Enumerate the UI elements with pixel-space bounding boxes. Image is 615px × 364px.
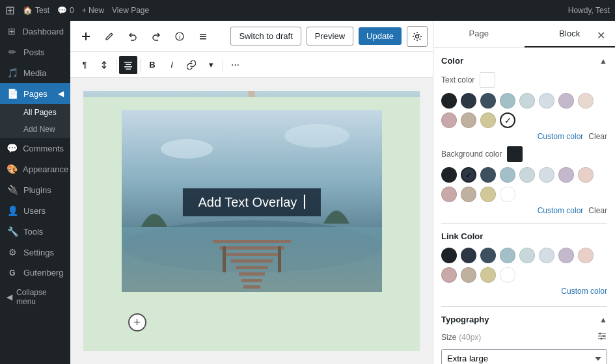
link-swatch-dark[interactable] (461, 248, 476, 263)
svg-point-33 (601, 338, 603, 340)
wp-logo-icon[interactable]: ⊞ (5, 3, 15, 18)
admin-bar-new[interactable]: + New (82, 6, 104, 15)
bg-swatch-rose2[interactable] (441, 187, 457, 202)
color-swatch-rose[interactable] (441, 112, 457, 128)
sidebar-item-appearance[interactable]: 🎨 Appearance (0, 159, 70, 179)
size-label-group: Size (40px) (441, 333, 481, 342)
right-panel: Page Block ✕ Color ▲ Text color (433, 21, 615, 364)
list-view-button[interactable] (193, 26, 213, 47)
info-button[interactable]: i (169, 26, 190, 47)
redo-button[interactable] (146, 26, 167, 47)
panel-close-button[interactable]: ✕ (592, 26, 610, 44)
link-swatch-slate[interactable] (480, 248, 496, 263)
color-swatch-dark-blue[interactable] (461, 93, 476, 109)
text-overlay-block[interactable]: Add Text Overlay (182, 188, 320, 216)
collapse-menu-button[interactable]: ◀ Collapse menu (0, 283, 70, 311)
text-color-swatch[interactable] (480, 72, 495, 88)
bg-swatch-dark-selected[interactable]: ✓ (461, 167, 476, 183)
media-icon: 🎵 (7, 68, 18, 78)
add-block-button[interactable] (75, 26, 96, 47)
font-size-select[interactable]: Extra large Small Normal Large Huge (441, 349, 607, 364)
svg-rect-23 (236, 266, 268, 269)
bold-button[interactable]: B (143, 56, 161, 74)
submenu-add-new[interactable]: Add New (0, 121, 70, 138)
link-swatch-pink[interactable] (578, 248, 594, 263)
admin-bar: ⊞ 🏠 Test 💬 0 + New View Page Howdy, Test (0, 0, 615, 21)
bg-swatch-light[interactable] (539, 167, 554, 183)
bg-swatch-pink[interactable] (578, 167, 594, 183)
tab-page[interactable]: Page (433, 21, 525, 47)
bg-swatch-sand2[interactable] (480, 187, 496, 202)
size-settings-button[interactable] (597, 331, 607, 344)
svg-rect-22 (231, 259, 273, 263)
bg-swatch-slate[interactable] (480, 167, 496, 183)
sidebar-item-media[interactable]: 🎵 Media (0, 62, 70, 83)
admin-bar-notifications[interactable]: 💬 0 (57, 6, 74, 15)
link-custom-color-link[interactable]: Custom color (561, 287, 607, 296)
sidebar-item-comments[interactable]: 💬 Comments (0, 138, 70, 159)
bg-swatch-white2[interactable] (500, 187, 515, 202)
color-swatch-pale-blue[interactable] (519, 93, 535, 109)
sidebar-item-dashboard[interactable]: ⊞ Dashboard (0, 21, 70, 42)
color-swatch-light-blue[interactable] (500, 93, 515, 109)
sidebar-item-posts[interactable]: ✏ Posts (0, 42, 70, 62)
bg-clear-color-button[interactable]: Clear (588, 206, 607, 215)
bg-swatch-black[interactable] (441, 167, 457, 183)
color-collapse-icon[interactable]: ▲ (599, 57, 607, 66)
bg-color-links: Custom color Clear (441, 206, 607, 215)
sidebar-item-plugins[interactable]: 🔌 Plugins (0, 179, 70, 200)
sidebar-item-users[interactable]: 👤 Users (0, 200, 70, 221)
custom-color-link[interactable]: Custom color (538, 132, 584, 141)
sidebar-item-gutenberg[interactable]: G Gutenberg (0, 263, 70, 283)
move-up-down-button[interactable] (95, 56, 113, 74)
link-swatch-black[interactable] (441, 248, 457, 263)
more-rich-text-button[interactable]: ▾ (202, 56, 220, 74)
preview-button[interactable]: Preview (307, 27, 353, 46)
link-swatch-light[interactable] (539, 248, 554, 263)
color-swatch-empty[interactable] (578, 93, 594, 109)
bg-color-swatch[interactable] (507, 146, 523, 162)
sidebar-item-tools[interactable]: 🔧 Tools (0, 221, 70, 242)
color-swatch-slate[interactable] (480, 93, 496, 109)
italic-button[interactable]: I (163, 56, 181, 74)
color-swatch-white-selected[interactable]: ✓ (500, 112, 515, 128)
typography-collapse-icon[interactable]: ▲ (599, 315, 607, 324)
link-swatch-lav[interactable] (558, 248, 574, 263)
color-swatch-lighter-blue[interactable] (539, 93, 554, 109)
bg-swatch-teal[interactable] (500, 167, 515, 183)
color-swatch-tan[interactable] (461, 112, 476, 128)
sidebar-item-pages[interactable]: 📄 Pages ◀ (0, 83, 70, 104)
divider-2 (441, 306, 607, 307)
align-center-button[interactable] (119, 56, 137, 74)
sidebar-item-settings[interactable]: ⚙ Settings (0, 242, 70, 263)
color-swatch-sand[interactable] (480, 112, 496, 128)
add-block-bottom-button[interactable]: + (128, 313, 146, 332)
cover-image-block: Add Text Overlay (122, 110, 382, 294)
undo-button[interactable] (122, 26, 143, 47)
submenu-all-pages[interactable]: All Pages (0, 104, 70, 121)
paragraph-type-button[interactable]: ¶ (75, 56, 94, 74)
bg-swatch-pale[interactable] (519, 167, 535, 183)
update-button[interactable]: Update (359, 27, 402, 45)
link-swatch-white[interactable] (500, 267, 515, 283)
switch-to-draft-button[interactable]: Switch to draft (230, 27, 301, 46)
link-swatch-pale[interactable] (519, 248, 535, 263)
bg-swatch-lav[interactable] (558, 167, 574, 183)
block-options-button[interactable]: ⋯ (226, 56, 244, 74)
admin-bar-site[interactable]: 🏠 Test (23, 6, 49, 15)
admin-bar-view-page[interactable]: View Page (112, 6, 149, 15)
bg-custom-color-link[interactable]: Custom color (538, 206, 584, 215)
link-swatch-tan[interactable] (461, 267, 476, 283)
link-swatch-sand[interactable] (480, 267, 496, 283)
color-swatch-black[interactable] (441, 93, 457, 109)
svg-rect-1 (82, 36, 90, 37)
edit-button[interactable] (99, 26, 120, 47)
color-swatch-lavender[interactable] (558, 93, 574, 109)
add-block-area: + (122, 307, 382, 338)
link-button[interactable] (182, 56, 200, 74)
clear-color-button[interactable]: Clear (588, 132, 607, 141)
settings-panel-button[interactable] (407, 26, 428, 47)
link-swatch-teal[interactable] (500, 248, 515, 263)
link-swatch-rose[interactable] (441, 267, 457, 283)
bg-swatch-tan2[interactable] (461, 187, 476, 202)
